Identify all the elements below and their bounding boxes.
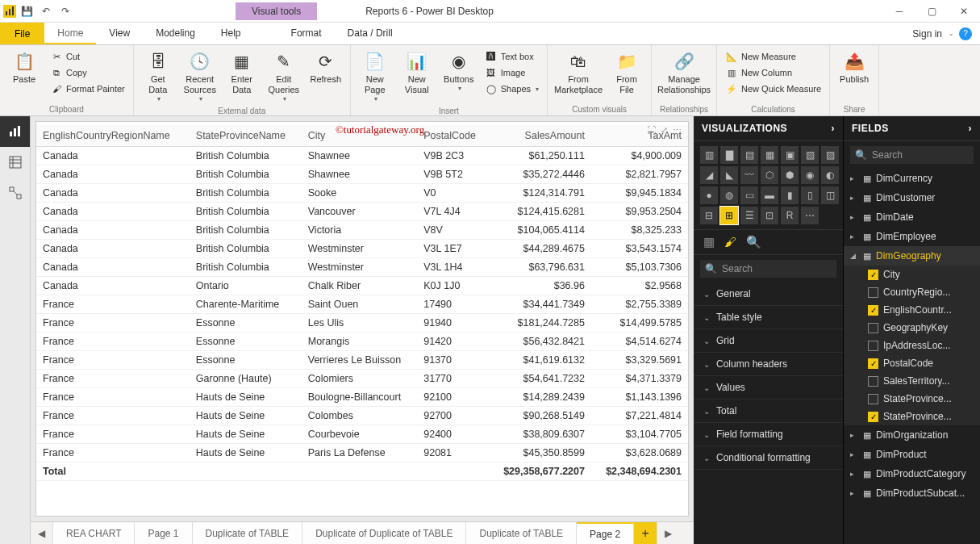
- viz-type-icon[interactable]: ▯: [801, 186, 819, 204]
- maximize-button[interactable]: ▢: [915, 0, 948, 23]
- publish-button[interactable]: 📤Publish: [835, 48, 874, 86]
- data-view-button[interactable]: [0, 147, 30, 178]
- table-row[interactable]: CanadaBritish ColumbiaVictoriaV8V$104,06…: [36, 221, 688, 240]
- table-row[interactable]: FranceCharente-MaritimeSaint Ouen17490$3…: [36, 295, 688, 314]
- paste-button[interactable]: 📋Paste: [5, 48, 44, 86]
- table-visual[interactable]: ©tutorialgateway.org ⛶ ⤢ ⋯ EnglishCountr…: [35, 121, 689, 517]
- close-button[interactable]: ✕: [948, 0, 980, 23]
- model-view-button[interactable]: [0, 178, 30, 208]
- viz-type-icon[interactable]: ▤: [740, 146, 758, 164]
- viz-type-icon[interactable]: R: [781, 207, 799, 224]
- viz-type-icon[interactable]: ◢: [700, 166, 718, 184]
- viz-type-icon[interactable]: ☰: [740, 207, 758, 224]
- viz-type-icon[interactable]: ◫: [821, 186, 839, 204]
- field-table[interactable]: ▸▦DimProduct: [844, 445, 980, 464]
- format-section[interactable]: ⌄Column headers: [694, 353, 843, 376]
- format-section[interactable]: ⌄Total: [694, 400, 843, 423]
- from-marketplace-button[interactable]: 🛍From Marketplace: [553, 48, 604, 97]
- table-row[interactable]: FranceHauts de SeineBoulogne-Billancourt…: [36, 388, 688, 407]
- add-page-button[interactable]: +: [634, 522, 657, 544]
- new-page-button[interactable]: 📄New Page▾: [356, 48, 394, 105]
- copy-button[interactable]: ⧉Copy: [47, 65, 128, 81]
- table-row[interactable]: FranceEssonneVerrieres Le Buisson91370$4…: [36, 351, 688, 370]
- visual-focus-icon[interactable]: ⤢: [661, 125, 668, 136]
- format-section[interactable]: ⌄Conditional formatting: [694, 446, 843, 470]
- format-section[interactable]: ⌄Values: [694, 376, 843, 400]
- viz-analytics-tab[interactable]: 🔍: [746, 235, 761, 249]
- recent-sources-button[interactable]: 🕓Recent Sources▾: [181, 48, 219, 105]
- field-table[interactable]: ▸▦DimDate: [844, 207, 980, 227]
- table-row[interactable]: FranceGaronne (Haute)Colomiers31770$54,6…: [36, 370, 688, 388]
- viz-type-icon[interactable]: ⊡: [761, 207, 778, 224]
- textbox-button[interactable]: 🅰Text box: [482, 48, 542, 65]
- table-row[interactable]: CanadaBritish ColumbiaWestminsterV3L 1H4…: [36, 258, 688, 277]
- collapse-pane-icon[interactable]: ›: [832, 123, 836, 134]
- help-icon[interactable]: ?: [959, 27, 972, 40]
- page-tab[interactable]: Duplicate of TABLE: [466, 522, 577, 544]
- viz-search[interactable]: 🔍Search: [700, 260, 836, 278]
- viz-type-icon[interactable]: ▣: [781, 146, 799, 164]
- viz-type-icon[interactable]: ▨: [821, 146, 839, 164]
- minimize-button[interactable]: ─: [883, 0, 915, 23]
- field-checkbox[interactable]: ✓: [868, 305, 878, 316]
- table-row[interactable]: FranceEssonneLes Ulis91940$181,244.7285$…: [36, 314, 688, 333]
- viz-type-icon[interactable]: ◣: [720, 166, 738, 184]
- field-column[interactable]: IpAddressLoc...: [844, 337, 980, 354]
- field-checkbox[interactable]: [868, 287, 878, 298]
- viz-type-icon[interactable]: ⊟: [700, 207, 718, 224]
- field-checkbox[interactable]: ✓: [868, 412, 878, 422]
- field-table[interactable]: ▸▦DimProductSubcat...: [844, 483, 980, 503]
- viz-type-icon[interactable]: ◐: [821, 166, 839, 184]
- new-visual-button[interactable]: 📊New Visual: [398, 48, 436, 97]
- viz-type-icon[interactable]: ●: [700, 186, 718, 204]
- viz-type-icon[interactable]: ◍: [720, 186, 738, 204]
- new-column-button[interactable]: ▥New Column: [722, 65, 824, 81]
- page-tab[interactable]: Duplicate of Duplicate of TABLE: [302, 522, 466, 544]
- qat-undo-icon[interactable]: ↶: [37, 2, 55, 20]
- field-column[interactable]: ✓PostalCode: [844, 354, 980, 372]
- report-view-button[interactable]: [0, 116, 30, 147]
- viz-type-icon[interactable]: ⬡: [761, 166, 778, 184]
- field-checkbox[interactable]: ✓: [868, 270, 878, 280]
- visual-filter-icon[interactable]: ⛶: [647, 125, 656, 136]
- field-table[interactable]: ▸▦DimCustomer: [844, 188, 980, 207]
- table-row[interactable]: FranceHauts de SeineCourbevoie92400$38,8…: [36, 425, 688, 444]
- menu-help[interactable]: Help: [208, 23, 254, 44]
- table-row[interactable]: CanadaBritish ColumbiaShawneeV9B 5T2$35,…: [36, 165, 688, 184]
- collapse-pane-icon[interactable]: ›: [969, 123, 973, 134]
- viz-type-icon[interactable]: ▭: [740, 186, 758, 204]
- format-section[interactable]: ⌄Grid: [694, 329, 843, 353]
- edit-queries-button[interactable]: ✎Edit Queries▾: [265, 48, 303, 105]
- qat-redo-icon[interactable]: ↷: [56, 2, 74, 20]
- format-section[interactable]: ⌄Table style: [694, 306, 843, 329]
- viz-type-icon[interactable]: ▬: [761, 186, 778, 204]
- table-row[interactable]: FranceEssonneMorangis91420$56,432.8421$4…: [36, 333, 688, 351]
- tabs-prev-button[interactable]: ◀: [31, 522, 53, 544]
- field-table[interactable]: ◢▦DimGeography: [844, 246, 980, 266]
- menu-file[interactable]: File: [0, 23, 44, 44]
- manage-relationships-button[interactable]: 🔗Manage Relationships: [657, 48, 711, 97]
- refresh-button[interactable]: ⟳Refresh: [307, 48, 345, 86]
- column-header[interactable]: PostalCode: [417, 125, 488, 147]
- column-header[interactable]: SalesAmount: [488, 125, 591, 147]
- viz-type-icon[interactable]: ⋯: [801, 207, 819, 224]
- page-tab[interactable]: Page 2: [577, 522, 634, 544]
- field-checkbox[interactable]: [868, 376, 878, 387]
- table-row[interactable]: CanadaBritish ColumbiaWestminsterV3L 1E7…: [36, 240, 688, 258]
- format-painter-button[interactable]: 🖌Format Painter: [47, 81, 128, 97]
- sign-in[interactable]: Sign in⌄?: [904, 23, 980, 44]
- page-tab[interactable]: Page 1: [135, 522, 192, 544]
- viz-fields-tab[interactable]: ▦: [703, 235, 715, 249]
- viz-type-icon[interactable]: ▦: [761, 146, 778, 164]
- menu-modeling[interactable]: Modeling: [143, 23, 208, 44]
- field-checkbox[interactable]: ✓: [868, 358, 878, 369]
- field-column[interactable]: ✓EnglishCountr...: [844, 301, 980, 319]
- field-table[interactable]: ▸▦DimEmployee: [844, 227, 980, 246]
- field-checkbox[interactable]: [868, 323, 878, 333]
- viz-type-icon[interactable]: ▮: [781, 186, 799, 204]
- viz-type-icon[interactable]: ⬢: [781, 166, 799, 184]
- menu-view[interactable]: View: [96, 23, 143, 44]
- qat-save-icon[interactable]: 💾: [18, 2, 35, 20]
- visual-tools-tab[interactable]: Visual tools: [236, 2, 317, 20]
- page-tab[interactable]: REA CHART: [53, 522, 135, 544]
